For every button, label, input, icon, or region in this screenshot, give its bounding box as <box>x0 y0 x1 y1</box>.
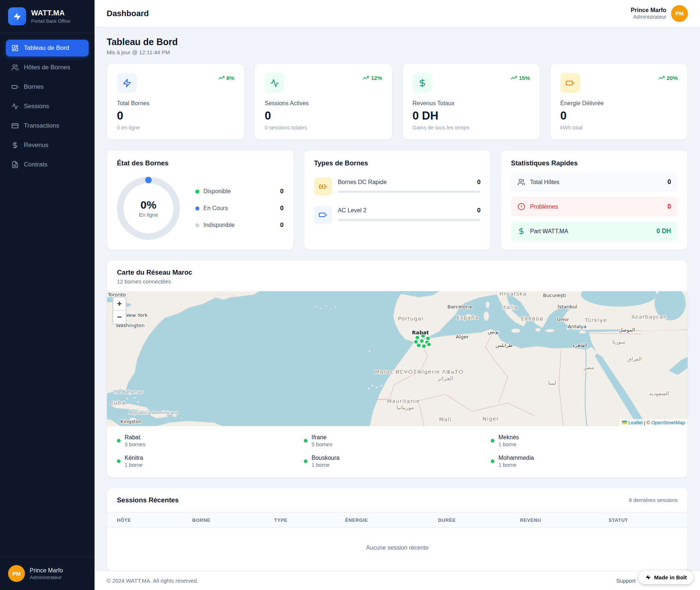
column-header: TYPE <box>274 517 345 523</box>
battery-icon <box>11 83 19 91</box>
column-header: BORNE <box>192 517 274 523</box>
progress-bar <box>338 191 481 193</box>
stat-sub: 0 sessions totales <box>265 125 382 131</box>
progress-bar <box>338 219 481 221</box>
svg-text:Portugal: Portugal <box>398 316 423 322</box>
svg-text:طرابلس: طرابلس <box>495 343 513 349</box>
trend-badge: 8% <box>218 74 235 81</box>
online-percentage: 0% <box>140 199 156 211</box>
header-user[interactable]: Prince Marfo Administrateur PM <box>631 5 688 22</box>
svg-text:İstanbul: İstanbul <box>557 304 577 309</box>
sidebar: WATT.MA Portail Back Office Tableau de B… <box>0 0 95 590</box>
svg-text:سوريا: سوريا <box>612 339 625 345</box>
dollar-icon <box>517 227 525 235</box>
osm-link[interactable]: OpenStreetMap <box>651 420 685 425</box>
sidebar-item-hotes-de-bornes[interactable]: Hôtes de Bornes <box>6 59 89 76</box>
stat-card-energie-delivree: 20% Énergie Délivrée 0 kWh total <box>550 63 688 140</box>
legend-item-indisponible: Indisponible 0 <box>195 221 284 229</box>
sidebar-item-label: Transactions <box>24 122 59 129</box>
column-header: STATUT <box>608 517 678 523</box>
activity-icon <box>11 103 19 110</box>
bolt-icon <box>645 574 651 580</box>
dollar-icon <box>11 142 19 149</box>
status-bornes-card: État des Bornes 0% En ligne <box>107 150 294 250</box>
sidebar-user[interactable]: PM Prince Marfo Administrateur <box>0 557 95 590</box>
svg-text:Ελλάδα: Ελλάδα <box>521 316 544 322</box>
quick-stat-problemes: Problèmes 0 <box>511 197 678 216</box>
last-updated: Mis à jour @ 12:11:44 PM <box>107 49 688 55</box>
stat-value: 0 <box>265 109 382 122</box>
legend-item-en-cours: En Cours 0 <box>195 205 284 212</box>
green-dot <box>491 459 494 463</box>
user-role: Administrateur <box>631 14 666 20</box>
card-title: Types de Bornes <box>314 159 481 167</box>
quick-stat-total-hotes: Total Hôtes 0 <box>511 172 678 192</box>
gray-dot <box>195 223 199 227</box>
zoom-out-button[interactable]: − <box>113 311 126 324</box>
sidebar-item-sessions[interactable]: Sessions <box>6 98 89 115</box>
svg-text:Mauritanie: Mauritanie <box>387 398 420 404</box>
svg-text:Algérie ⴷⵣⴰⵢⵔ: Algérie ⴷⵣⴰⵢⵔ <box>418 369 464 375</box>
svg-text:Alger: Alger <box>456 334 469 340</box>
city-item-mohammedia: Mohammedia1 borne <box>491 455 678 468</box>
bolt-icon <box>117 73 137 93</box>
activity-icon <box>265 73 284 93</box>
type-row-ac: AC Level 2 0 <box>314 206 481 224</box>
svg-text:Kingston: Kingston <box>121 419 142 424</box>
alert-circle-icon <box>517 203 525 210</box>
city-item-bouskoura: Bouskoura1 borne <box>304 455 491 468</box>
stat-card-revenus-totaux: 15% Revenus Totaux 0 DH Gains de tous le… <box>402 63 540 140</box>
cities-grid: Rabat3 bornes Ifrane5 bornes Meknès1 bor… <box>107 426 688 477</box>
map-attribution: Leaflet | © OpenStreetMap <box>619 419 688 426</box>
stats-row: 8% Total Bornes 0 0 en ligne 12% <box>107 63 688 140</box>
svg-text:الجزائر: الجزائر <box>437 375 453 382</box>
trending-up-icon <box>362 74 369 81</box>
card-title: Sessions Récentes <box>117 496 179 504</box>
network-map[interactable]: + − <box>107 291 688 426</box>
green-dot <box>117 459 121 463</box>
sidebar-item-contrats[interactable]: Contrats <box>6 156 89 173</box>
green-dot <box>117 439 121 443</box>
stat-sub: Gains de tous les temps <box>413 125 530 131</box>
svg-text:Italia: Italia <box>502 304 518 310</box>
sidebar-item-label: Revenus <box>24 142 48 149</box>
city-item-rabat: Rabat3 bornes <box>117 434 304 447</box>
user-name: Prince Marfo <box>30 567 63 574</box>
card-title: Carte du Réseau Maroc <box>117 268 678 276</box>
sidebar-item-tableau-de-bord[interactable]: Tableau de Bord <box>6 40 89 56</box>
trending-up-icon <box>658 74 665 81</box>
users-icon <box>517 178 525 186</box>
quick-stats-card: Statistiques Rapides Total Hôtes 0 Probl… <box>501 150 688 250</box>
sidebar-item-label: Tableau de Bord <box>24 44 69 52</box>
donut-marker-dot <box>145 177 152 183</box>
footer: © 2024 WATT.MA. All rights reserved. Sup… <box>95 571 700 590</box>
trend-badge: 20% <box>658 74 678 81</box>
svg-text:Niger: Niger <box>482 416 499 422</box>
svg-text:العراق: العراق <box>627 356 642 362</box>
page-title: Tableau de Bord <box>107 37 688 47</box>
svg-text:الموصل: الموصل <box>619 327 635 333</box>
green-dot <box>304 439 307 443</box>
svg-text:Mali: Mali <box>439 417 452 422</box>
sidebar-item-transactions[interactable]: Transactions <box>6 117 89 134</box>
sidebar-nav: Tableau de Bord Hôtes de Bornes Bornes S… <box>0 33 95 557</box>
svg-text:تونس: تونس <box>488 329 500 335</box>
sidebar-item-revenus[interactable]: Revenus <box>6 137 89 154</box>
svg-text:السعودية: السعودية <box>649 391 669 397</box>
support-link[interactable]: Support <box>616 578 636 584</box>
svg-text:Türkiye: Türkiye <box>584 318 607 323</box>
column-header: REVENU <box>520 517 609 523</box>
city-item-ifrane: Ifrane5 bornes <box>304 434 491 447</box>
leaflet-link[interactable]: Leaflet <box>628 420 642 425</box>
stat-value: 0 <box>117 109 234 122</box>
svg-text:القاهرة: القاهرة <box>572 343 587 349</box>
user-name: Prince Marfo <box>631 7 666 14</box>
ukraine-flag-icon <box>622 421 627 424</box>
sessions-table-header: HÔTE BORNE TYPE ÉNERGIE DURÉE REVENU STA… <box>107 512 688 528</box>
stat-sub: kWh total <box>560 125 678 131</box>
status-legend: Disponible 0 En Cours 0 Indisponible <box>195 188 284 229</box>
zoom-in-button[interactable]: + <box>113 297 126 311</box>
recent-sessions-card: Sessions Récentes 8 dernières sessions H… <box>107 488 688 571</box>
made-in-bolt-badge[interactable]: Made in Bolt <box>638 571 693 584</box>
sidebar-item-bornes[interactable]: Bornes <box>6 78 89 95</box>
